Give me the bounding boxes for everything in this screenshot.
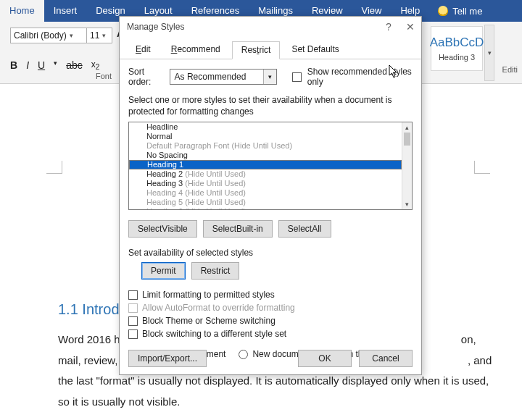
page-corner-mark xyxy=(474,161,490,174)
style-list-item[interactable]: No Spacing xyxy=(129,151,402,160)
restrict-button[interactable]: Restrict xyxy=(191,262,240,280)
manage-styles-dialog: Manage Styles ? ✕ Edit Recommend Restric… xyxy=(119,16,422,375)
close-icon[interactable]: ✕ xyxy=(399,17,421,37)
scroll-down-icon[interactable]: ▾ xyxy=(402,199,412,209)
strikethrough-button[interactable]: abc xyxy=(66,59,83,71)
ribbon-tab-home[interactable]: Home xyxy=(0,0,44,22)
style-list-item[interactable]: Default Paragraph Font (Hide Until Used) xyxy=(129,141,402,151)
sort-order-select[interactable]: As Recommended ▾ xyxy=(170,69,277,85)
style-list-item[interactable]: Heading 5 (Hide Until Used) xyxy=(129,198,402,207)
ok-button[interactable]: OK xyxy=(298,350,352,367)
availability-label: Set availability of selected styles xyxy=(128,248,413,258)
limit-formatting-checkbox[interactable] xyxy=(128,290,138,300)
font-size-combo[interactable]: 11▾ xyxy=(86,28,112,43)
style-list-item[interactable]: Heading 1 xyxy=(129,160,402,169)
sort-order-label: Sort order: xyxy=(128,67,164,87)
show-recommended-label: Show recommended styles only xyxy=(307,67,413,87)
select-visible-button[interactable]: Select Visible xyxy=(128,220,197,238)
hide-until-used-label: (Hide Until Used) xyxy=(231,141,292,150)
style-list-item[interactable]: Heading 3 (Hide Until Used) xyxy=(129,179,402,188)
page-corner-mark xyxy=(46,161,62,174)
hide-until-used-label: (Hide Until Used) xyxy=(185,188,246,197)
styles-listbox[interactable]: HeadlineNormalDefault Paragraph Font (Hi… xyxy=(128,122,413,210)
hide-until-used-label: (Hide Until Used) xyxy=(185,169,246,178)
tab-recommend[interactable]: Recommend xyxy=(162,41,229,59)
hide-until-used-label: (Hide Until Used) xyxy=(185,207,246,210)
hide-until-used-label: (Hide Until Used) xyxy=(185,198,246,206)
underline-button[interactable]: U xyxy=(38,59,45,71)
allow-autoformat-label: Allow AutoFormat to override formatting xyxy=(142,303,295,313)
chevron-down-icon: ▾ xyxy=(102,32,106,39)
style-list-item[interactable]: Heading 4 (Hide Until Used) xyxy=(129,188,402,198)
scroll-up-icon[interactable]: ▴ xyxy=(402,122,412,133)
tab-edit[interactable]: Edit xyxy=(127,41,160,59)
style-name-label: Heading 3 xyxy=(439,53,475,62)
block-theme-checkbox[interactable] xyxy=(128,316,138,326)
style-list-item[interactable]: Normal xyxy=(129,132,402,141)
editing-group-label: Editi xyxy=(502,65,522,74)
tab-restrict[interactable]: Restrict xyxy=(232,41,281,59)
font-name-combo[interactable]: Calibri (Body)▾ xyxy=(10,28,87,43)
allow-autoformat-checkbox xyxy=(128,303,138,313)
limit-formatting-label: Limit formatting to permitted styles xyxy=(142,290,275,300)
block-theme-label: Block Theme or Scheme switching xyxy=(142,316,276,326)
font-name-value: Calibri (Body) xyxy=(14,30,67,41)
underline-menu-icon[interactable]: ▾ xyxy=(54,59,57,71)
style-list-item[interactable]: Heading 6 (Hide Until Used) xyxy=(129,207,402,210)
tell-me-search[interactable]: Tell me xyxy=(429,0,491,22)
permit-button[interactable]: Permit xyxy=(141,262,186,280)
instruction-text: Select one or more styles to set their a… xyxy=(128,94,413,117)
scrollbar-thumb[interactable] xyxy=(404,133,410,146)
style-sample: AaBbCcD xyxy=(430,35,484,50)
chevron-down-icon: ▾ xyxy=(263,70,276,84)
help-button[interactable]: ? xyxy=(378,17,399,37)
style-list-item[interactable]: Heading 2 (Hide Until Used) xyxy=(129,169,402,179)
tab-set-defaults[interactable]: Set Defaults xyxy=(283,41,347,59)
style-gallery-heading3[interactable]: AaBbCcD Heading 3 xyxy=(431,26,483,71)
tell-me-label: Tell me xyxy=(452,6,482,17)
select-builtin-button[interactable]: Select Built-in xyxy=(203,220,273,238)
dialog-title: Manage Styles xyxy=(127,22,184,32)
select-all-button[interactable]: Select All xyxy=(278,220,331,238)
style-list-item[interactable]: Headline xyxy=(129,122,402,132)
font-size-value: 11 xyxy=(90,30,99,41)
ribbon-tab-insert[interactable]: Insert xyxy=(44,0,87,22)
chevron-down-icon: ▾ xyxy=(70,32,73,39)
ribbon-group-label: Font xyxy=(96,72,112,80)
block-styleset-label: Block switching to a different style set xyxy=(142,329,286,339)
cancel-button[interactable]: Cancel xyxy=(359,350,413,367)
bold-button[interactable]: B xyxy=(10,59,17,71)
lightbulb-icon xyxy=(438,6,448,16)
sort-order-value: As Recommended xyxy=(175,72,246,82)
show-recommended-checkbox[interactable] xyxy=(292,72,302,82)
italic-button[interactable]: I xyxy=(26,59,29,71)
import-export-button[interactable]: Import/Export... xyxy=(128,350,207,367)
hide-until-used-label: (Hide Until Used) xyxy=(185,179,246,188)
subscript-button[interactable]: x2 xyxy=(91,59,100,71)
block-styleset-checkbox[interactable] xyxy=(128,329,138,339)
style-gallery-more-icon[interactable]: ▾ xyxy=(484,25,494,81)
